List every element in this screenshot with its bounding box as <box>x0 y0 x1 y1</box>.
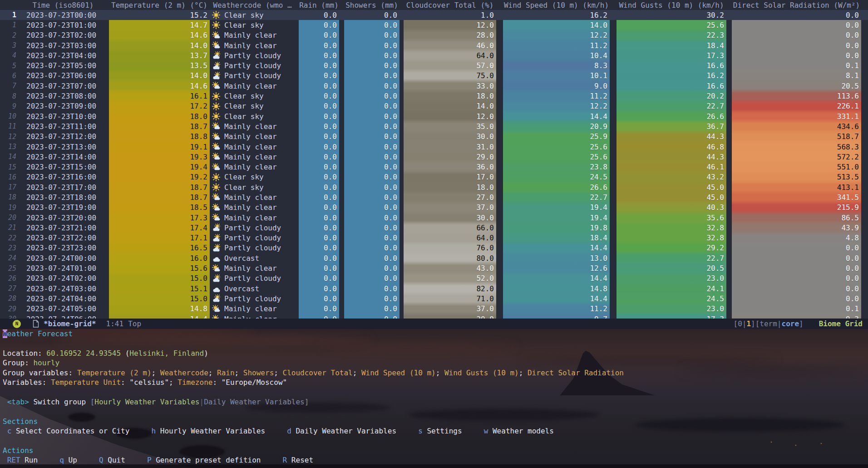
text-segment: Switch group <box>29 398 90 406</box>
cell-wind-gusts: 18.4 <box>616 40 726 50</box>
table-row[interactable]: 262023-07-24T02:0015.0Partly cloudy0.00.… <box>0 274 868 284</box>
table-row[interactable]: 182023-07-23T18:0018.7Mainly clear0.00.0… <box>0 192 868 202</box>
active-workspace[interactable]: 1 <box>746 319 751 328</box>
table-row[interactable]: 42023-07-23T04:0013.7Partly cloudy0.00.0… <box>0 50 868 60</box>
partly-cloudy-icon <box>212 234 220 242</box>
table-row[interactable]: 52023-07-23T05:0013.5Partly cloudy0.00.0… <box>0 60 868 70</box>
text-segment: Weather models <box>488 427 554 435</box>
table-row[interactable]: 292023-07-24T05:0014.8Mainly clear0.00.0… <box>0 304 868 314</box>
cell-temperature: 14.6 <box>109 81 210 91</box>
cursor-position: 1:41 <box>106 319 124 328</box>
cell-weathercode: Mainly clear <box>212 40 293 50</box>
cell-cloudcover: 57.0 <box>404 60 496 70</box>
table-row[interactable]: 92023-07-23T09:0017.2Clear sky0.00.014.0… <box>0 101 868 111</box>
table-row[interactable]: 12023-07-23T01:0014.7Clear sky0.00.012.0… <box>0 20 868 30</box>
scroll-indicator: Top <box>128 319 141 328</box>
table-row[interactable]: 62023-07-23T06:0014.0Partly cloudy0.00.0… <box>0 71 868 81</box>
mainly-clear-icon <box>212 31 220 40</box>
cell-weathercode: Mainly clear <box>212 314 293 319</box>
cell-solar-radiation: 43.9 <box>732 223 861 233</box>
cell-weathercode: Overcast <box>212 284 293 294</box>
cell-cloudcover: 18.0 <box>404 91 496 101</box>
table-row[interactable]: 282023-07-24T04:0015.0Partly cloudy0.00.… <box>0 294 868 304</box>
cell-time: 2023-07-24T03:00 <box>22 284 104 293</box>
table-row[interactable]: 132023-07-23T13:0019.1Mainly clear0.00.0… <box>0 142 868 152</box>
table-row[interactable]: 12023-07-23T00:0015.2Clear sky0.00.01.01… <box>0 10 868 20</box>
table-row[interactable]: 242023-07-24T00:0016.0Overcast0.00.080.0… <box>0 253 868 263</box>
line-number: 21 <box>0 224 22 232</box>
cell-temperature: 19.3 <box>109 152 210 162</box>
workspace-indicator: ] <box>799 319 804 328</box>
table-row[interactable]: 202023-07-23T20:0017.3Mainly clear0.00.0… <box>0 213 868 223</box>
cell-time: 2023-07-23T15:00 <box>22 163 104 171</box>
column-header: Wind Speed (10 m) (km/h) <box>503 1 610 10</box>
table-row[interactable]: 162023-07-23T16:0019.2Clear sky0.00.017.… <box>0 172 868 182</box>
text-segment: Location: <box>3 349 46 358</box>
text-segment: Direct Solar Radiation <box>528 368 624 377</box>
cell-time: 2023-07-23T17:00 <box>22 183 104 192</box>
table-row[interactable]: 22023-07-23T02:0014.6Mainly clear0.00.02… <box>0 30 868 40</box>
cell-wind-gusts: 29.2 <box>616 243 726 253</box>
workspace-indicator: ][term| <box>751 319 781 328</box>
table-row[interactable]: 32023-07-23T03:0014.0Mainly clear0.00.04… <box>0 40 868 50</box>
line-number: 13 <box>0 143 22 151</box>
table-row[interactable]: 122023-07-23T12:0018.8Mainly clear0.00.0… <box>0 132 868 142</box>
text-segment: RET <box>7 456 20 464</box>
table-row[interactable]: 102023-07-23T10:0018.0Clear sky0.00.012.… <box>0 111 868 121</box>
cell-showers: 0.0 <box>344 253 399 263</box>
table-row[interactable]: 222023-07-23T22:0017.1Partly cloudy0.00.… <box>0 233 868 243</box>
buffer-name[interactable]: *biome-grid* <box>44 319 96 328</box>
column-header: Wind Gusts (10 m) (km/h) <box>616 1 726 10</box>
table-row[interactable]: 212023-07-23T21:0017.4Partly cloudy0.00.… <box>0 223 868 233</box>
line-number: 23 <box>0 244 22 252</box>
cell-rain: 0.0 <box>299 81 339 91</box>
cell-showers: 0.0 <box>344 152 399 162</box>
text-segment: Generate preset defition <box>152 456 261 464</box>
line-number: 1 <box>0 11 22 19</box>
cell-showers: 0.0 <box>344 233 399 243</box>
line-number: 2 <box>0 31 22 40</box>
column-header: Temperature (2 m) (°C) <box>109 1 210 10</box>
table-row[interactable]: 302023-07-24T06:0014.4Mainly clear0.00.0… <box>0 314 868 319</box>
line-number: 28 <box>0 294 22 303</box>
cell-showers: 0.0 <box>344 213 399 223</box>
table-row[interactable]: 72023-07-23T07:0014.6Mainly clear0.00.03… <box>0 81 868 91</box>
table-row[interactable]: 252023-07-24T01:0015.6Mainly clear0.00.0… <box>0 263 868 273</box>
text-segment: Rain <box>217 368 235 377</box>
table-row[interactable]: 232023-07-23T23:0016.5Partly cloudy0.00.… <box>0 243 868 253</box>
cell-wind-speed: 16.2 <box>503 10 610 20</box>
cell-showers: 0.0 <box>344 304 399 314</box>
mainly-clear-icon <box>212 214 220 222</box>
workspace-indicator[interactable]: [0| <box>734 319 747 328</box>
cell-rain: 0.0 <box>299 111 339 121</box>
cell-weathercode: Clear sky <box>212 10 293 20</box>
text-segment: Temperature (2 m) <box>77 368 152 377</box>
table-row[interactable]: 82023-07-23T08:0016.1Clear sky0.00.018.0… <box>0 91 868 101</box>
sections-menu[interactable]: c Select Coordinates or City h Hourly We… <box>0 426 868 436</box>
cell-wind-gusts: 16.6 <box>616 81 726 91</box>
cell-weathercode: Mainly clear <box>212 162 293 172</box>
cell-wind-speed: 13.0 <box>503 253 610 263</box>
cell-showers: 0.0 <box>344 294 399 304</box>
table-row[interactable]: 272023-07-24T03:0015.1Overcast0.00.082.0… <box>0 284 868 294</box>
cell-temperature: 14.6 <box>109 30 210 40</box>
cell-weathercode: Partly cloudy <box>212 243 293 253</box>
cell-cloudcover: 27.0 <box>404 192 496 202</box>
table-row[interactable]: 172023-07-23T17:0018.7Clear sky0.00.018.… <box>0 182 868 192</box>
cell-time: 2023-07-23T14:00 <box>22 153 104 161</box>
table-row[interactable]: 152023-07-23T15:0019.4Mainly clear0.00.0… <box>0 162 868 172</box>
line-number: 11 <box>0 122 22 130</box>
text-segment: hourly <box>33 358 59 367</box>
cell-weathercode: Clear sky <box>212 91 293 101</box>
cell-weathercode: Overcast <box>212 253 293 263</box>
cell-time: 2023-07-24T00:00 <box>22 254 104 263</box>
text-segment: ; <box>152 368 160 377</box>
table-row[interactable]: 192023-07-23T19:0018.5Mainly clear0.00.0… <box>0 203 868 213</box>
actions-menu[interactable]: RET Run q Up Q Quit P Generate preset de… <box>0 455 868 465</box>
cell-cloudcover: 28.0 <box>404 30 496 40</box>
table-row[interactable]: 112023-07-23T11:0018.7Mainly clear0.00.0… <box>0 121 868 131</box>
buffer-line: Variables: Temperature Unit: "celsius"; … <box>0 378 868 387</box>
line-number: 5 <box>0 62 22 70</box>
table-row[interactable]: 142023-07-23T14:0019.3Mainly clear0.00.0… <box>0 152 868 162</box>
cell-cloudcover: 64.0 <box>404 233 496 243</box>
